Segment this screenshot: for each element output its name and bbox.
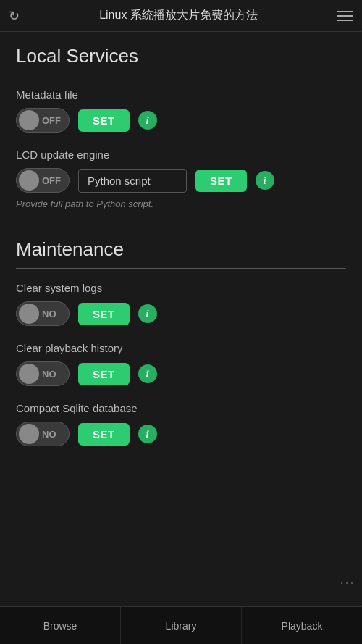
clear-system-logs-set-button[interactable]: SET: [78, 303, 130, 325]
metadata-file-label: Metadata file: [16, 88, 346, 101]
lcd-update-engine-toggle-label: OFF: [42, 175, 61, 186]
lcd-update-engine-toggle[interactable]: OFF: [16, 168, 70, 193]
clear-system-logs-toggle-label: NO: [42, 309, 56, 319]
nav-browse[interactable]: Browse: [0, 607, 121, 644]
clear-system-logs-row: Clear system logs NO SET i: [16, 282, 346, 326]
clear-playback-history-row: Clear playback history NO SET i: [16, 342, 346, 386]
clear-system-logs-toggle[interactable]: NO: [16, 301, 70, 326]
clear-system-logs-controls: NO SET i: [16, 301, 346, 326]
local-services-divider: [16, 75, 346, 75]
clear-playback-history-controls: NO SET i: [16, 361, 346, 386]
compact-sqlite-set-button[interactable]: SET: [78, 423, 130, 446]
clear-system-logs-toggle-knob: [19, 304, 39, 324]
nav-browse-label: Browse: [43, 620, 77, 632]
clear-playback-history-set-button[interactable]: SET: [78, 363, 130, 385]
clear-playback-history-label: Clear playback history: [16, 342, 346, 354]
local-services-title: Local Services: [16, 32, 346, 75]
main-content: Local Services Metadata file OFF SET i L…: [0, 32, 362, 606]
more-options-dots[interactable]: ⋮: [339, 576, 356, 587]
compact-sqlite-info-icon[interactable]: i: [138, 425, 157, 443]
lcd-update-engine-hint: Provide full path to Python script.: [16, 198, 346, 209]
clear-playback-history-toggle[interactable]: NO: [16, 361, 70, 386]
metadata-file-controls: OFF SET i: [16, 108, 346, 133]
clear-system-logs-label: Clear system logs: [16, 282, 346, 294]
compact-sqlite-toggle-label: NO: [42, 429, 56, 440]
lcd-update-engine-label: LCD update engine: [16, 149, 346, 161]
compact-sqlite-label: Compact Sqlite database: [16, 402, 346, 414]
python-script-input[interactable]: [78, 169, 187, 193]
metadata-file-row: Metadata file OFF SET i: [16, 88, 346, 133]
lcd-update-engine-toggle-knob: [19, 170, 39, 191]
nav-playback[interactable]: Playback: [242, 607, 362, 644]
lcd-update-engine-controls: OFF SET i: [16, 168, 346, 193]
lcd-update-engine-set-button[interactable]: SET: [195, 170, 247, 192]
nav-playback-label: Playback: [282, 620, 323, 632]
top-bar-title: Linux 系统播放大片免费的方法: [20, 8, 337, 23]
compact-sqlite-row: Compact Sqlite database NO SET i: [16, 402, 346, 446]
lcd-update-engine-info-icon[interactable]: i: [256, 171, 274, 190]
menu-icon[interactable]: [337, 11, 353, 21]
metadata-file-set-button[interactable]: SET: [78, 109, 130, 132]
maintenance-title: Maintenance: [16, 225, 346, 268]
clear-playback-history-info-icon[interactable]: i: [138, 364, 157, 383]
nav-library[interactable]: Library: [121, 607, 242, 644]
clear-system-logs-info-icon[interactable]: i: [138, 304, 157, 323]
clear-playback-history-toggle-label: NO: [42, 369, 56, 380]
clear-playback-history-toggle-knob: [19, 364, 39, 384]
metadata-file-toggle-knob: [19, 110, 39, 130]
metadata-file-info-icon[interactable]: i: [138, 111, 157, 130]
nav-library-label: Library: [166, 620, 197, 632]
compact-sqlite-toggle-knob: [19, 424, 39, 444]
lcd-update-engine-row: LCD update engine OFF SET i Provide full…: [16, 149, 346, 209]
compact-sqlite-toggle[interactable]: NO: [16, 422, 70, 446]
metadata-file-toggle[interactable]: OFF: [16, 108, 70, 133]
top-bar: ↻ Linux 系统播放大片免费的方法: [0, 0, 362, 32]
metadata-file-toggle-label: OFF: [42, 115, 61, 126]
bottom-nav: Browse Library Playback: [0, 606, 362, 644]
back-icon[interactable]: ↻: [9, 8, 20, 24]
compact-sqlite-controls: NO SET i: [16, 422, 346, 446]
maintenance-divider: [16, 268, 346, 269]
